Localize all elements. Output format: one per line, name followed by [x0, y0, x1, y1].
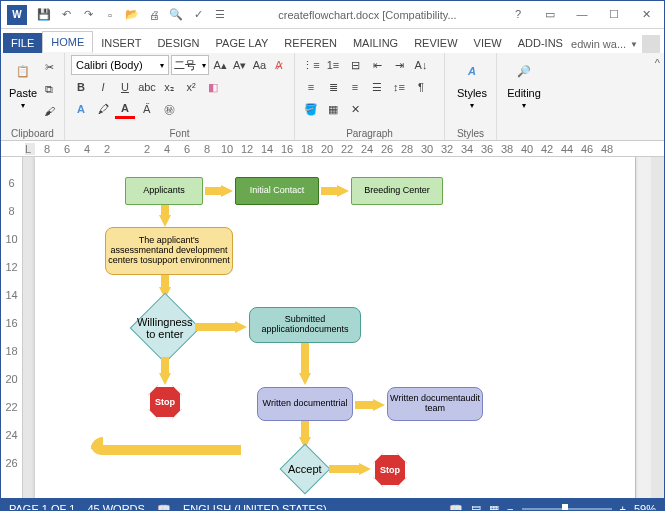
shading-icon[interactable]: 🪣 [301, 99, 321, 119]
ribbon-display-icon[interactable]: ▭ [538, 8, 562, 21]
bold-icon[interactable]: B [71, 77, 91, 97]
superscript-icon[interactable]: x² [181, 77, 201, 97]
change-case-icon[interactable]: Aa [251, 55, 269, 75]
subscript-icon[interactable]: x₂ [159, 77, 179, 97]
arrow-down-icon [299, 373, 311, 385]
snap-icon[interactable]: ✕ [345, 99, 365, 119]
flow-submitted[interactable]: Submitted applicationdocuments [249, 307, 361, 343]
vertical-scrollbar[interactable] [635, 157, 651, 498]
flow-written-audit[interactable]: Written documentaudit team [387, 387, 483, 421]
horizontal-ruler[interactable]: L 86422468101214161820222426283032343638… [1, 141, 664, 157]
proofing-icon[interactable]: 📖 [157, 503, 171, 512]
zoom-in-icon[interactable]: + [620, 503, 626, 511]
tab-mailing[interactable]: MAILING [345, 33, 406, 53]
tab-review[interactable]: REVIEW [406, 33, 465, 53]
flow-stop-2[interactable]: Stop [373, 453, 407, 487]
sort-icon[interactable]: A↓ [411, 55, 431, 75]
open-icon[interactable]: 📂 [123, 6, 141, 24]
read-mode-icon[interactable]: 📖 [449, 503, 463, 512]
preview-icon[interactable]: 🔍 [167, 6, 185, 24]
format-painter-icon[interactable]: 🖌 [39, 101, 59, 121]
align-center-icon[interactable]: ≣ [323, 77, 343, 97]
increase-indent-icon[interactable]: ⇥ [389, 55, 409, 75]
maximize-icon[interactable]: ☐ [602, 8, 626, 21]
document-page[interactable]: Applicants Initial Contact Breeding Cent… [35, 157, 635, 498]
text-effects-icon[interactable]: A [71, 99, 91, 119]
flow-initial-contact[interactable]: Initial Contact [235, 177, 319, 205]
close-icon[interactable]: ✕ [634, 8, 658, 21]
tab-insert[interactable]: INSERT [93, 33, 149, 53]
web-layout-icon[interactable]: ▦ [489, 503, 499, 512]
flow-applicants[interactable]: Applicants [125, 177, 203, 205]
tab-file[interactable]: FILE [3, 33, 42, 53]
undo-icon[interactable]: ↶ [57, 6, 75, 24]
cut-icon[interactable]: ✂ [39, 57, 59, 77]
title-bar: W 💾 ↶ ↷ ▫ 📂 🖨 🔍 ✓ ☰ createflowchart.docx… [1, 1, 664, 29]
spell-icon[interactable]: ✓ [189, 6, 207, 24]
tab-view[interactable]: VIEW [466, 33, 510, 53]
styles-button[interactable]: A Styles ▾ [451, 55, 493, 112]
zoom-level[interactable]: 59% [634, 503, 656, 511]
flow-assessment[interactable]: The applicant's assessmentand developmen… [105, 227, 233, 275]
clear-format-icon[interactable]: A̷ [270, 55, 288, 75]
enclose-icon[interactable]: ㊙ [159, 99, 179, 119]
grow-font-icon[interactable]: A▴ [211, 55, 229, 75]
multilevel-icon[interactable]: ⊟ [345, 55, 365, 75]
arrow-right-icon [337, 185, 349, 197]
vertical-ruler[interactable]: 68101214161820222426 [1, 157, 23, 498]
flow-stop-1[interactable]: Stop [148, 385, 182, 419]
status-page[interactable]: PAGE 1 OF 1 [9, 503, 75, 511]
zoom-thumb[interactable] [562, 504, 568, 512]
zoom-out-icon[interactable]: − [507, 503, 513, 511]
flow-breeding-center[interactable]: Breeding Center [351, 177, 443, 205]
italic-icon[interactable]: I [93, 77, 113, 97]
tab-addins[interactable]: ADD-INS [510, 33, 571, 53]
align-left-icon[interactable]: ≡ [301, 77, 321, 97]
line-spacing-icon[interactable]: ↕≡ [389, 77, 409, 97]
window-controls: ? ▭ — ☐ ✕ [506, 8, 658, 21]
arrow-right-icon [359, 463, 371, 475]
highlight-icon[interactable]: 🖍 [93, 99, 113, 119]
editing-button[interactable]: 🔎 Editing ▾ [503, 55, 545, 112]
underline-icon[interactable]: U [115, 77, 135, 97]
shrink-font-icon[interactable]: A▾ [231, 55, 249, 75]
group-paragraph: ⋮≡ 1≡ ⊟ ⇤ ⇥ A↓ ≡ ≣ ≡ ☰ ↕≡ ¶ 🪣 ▦ ✕ Paragr… [295, 53, 445, 140]
show-marks-icon[interactable]: ¶ [411, 77, 431, 97]
tab-home[interactable]: HOME [42, 31, 93, 53]
borders-icon[interactable]: ▦ [323, 99, 343, 119]
align-right-icon[interactable]: ≡ [345, 77, 365, 97]
justify-icon[interactable]: ☰ [367, 77, 387, 97]
quickprint-icon[interactable]: 🖨 [145, 6, 163, 24]
user-account[interactable]: edwin wa... ▼ [571, 35, 660, 53]
minimize-icon[interactable]: — [570, 8, 594, 21]
paste-label: Paste [9, 87, 37, 99]
status-words[interactable]: 45 WORDS [87, 503, 144, 511]
font-size-combo[interactable]: 二号▾ [171, 55, 209, 75]
save-icon[interactable]: 💾 [35, 6, 53, 24]
flow-accept[interactable]: Accept [280, 444, 331, 495]
strike-icon[interactable]: abc [137, 77, 157, 97]
redo-icon[interactable]: ↷ [79, 6, 97, 24]
print-layout-icon[interactable]: ▤ [471, 503, 481, 512]
numbering-icon[interactable]: 1≡ [323, 55, 343, 75]
flow-written-trial[interactable]: Written documenttrial [257, 387, 353, 421]
flow-willingness[interactable]: Willingness to enter [130, 293, 201, 364]
tab-references[interactable]: REFEREN [276, 33, 345, 53]
arrow-right-icon [221, 185, 233, 197]
phonetic-icon[interactable]: A̋ [137, 99, 157, 119]
touch-icon[interactable]: ☰ [211, 6, 229, 24]
copy-icon[interactable]: ⧉ [39, 79, 59, 99]
new-icon[interactable]: ▫ [101, 6, 119, 24]
zoom-slider[interactable] [522, 508, 612, 511]
decrease-indent-icon[interactable]: ⇤ [367, 55, 387, 75]
eraser-icon[interactable]: ◧ [203, 77, 223, 97]
tab-design[interactable]: DESIGN [149, 33, 207, 53]
paste-button[interactable]: 📋 Paste ▾ [7, 55, 39, 121]
bullets-icon[interactable]: ⋮≡ [301, 55, 321, 75]
status-language[interactable]: ENGLISH (UNITED STATES) [183, 503, 327, 511]
help-icon[interactable]: ? [506, 8, 530, 21]
font-color-icon[interactable]: A [115, 99, 135, 119]
tab-page-layout[interactable]: PAGE LAY [208, 33, 277, 53]
font-name-combo[interactable]: Calibri (Body)▾ [71, 55, 169, 75]
collapse-ribbon-icon[interactable]: ^ [651, 53, 664, 140]
